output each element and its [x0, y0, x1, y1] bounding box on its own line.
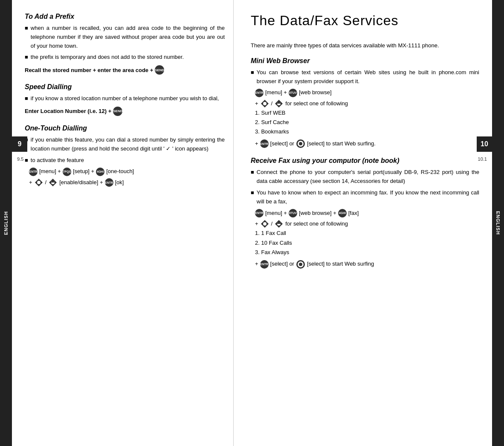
mw-final-plus: +: [255, 139, 258, 148]
right-chapter-badge: 10: [477, 136, 492, 152]
enter-icon-6: ENTR: [260, 260, 269, 269]
mw-select1: [select] or: [270, 139, 294, 148]
slash-separator: /: [45, 178, 47, 187]
fax-final-step: + ENTR [select] or [select] to start Web…: [255, 260, 479, 269]
fax-s1-t3: [fax]: [348, 209, 359, 218]
fax-step-2: + / for select one of following: [255, 219, 479, 229]
step2-text2: [ok]: [115, 178, 124, 187]
7pqs-icon: 7PQS: [63, 168, 71, 176]
one-touch-bullet-1: ■ if you enable this feature, you can di…: [25, 136, 225, 153]
receive-fax-bullet-1: ■ Connect the phone to your computer's s…: [251, 168, 479, 186]
section-one-touch: One-Touch Dialling ■ if you enable this …: [25, 125, 225, 187]
svg-point-2: [37, 181, 41, 184]
intro-text: There are mainly three types of data ser…: [251, 41, 479, 50]
enter-icon-1: ENTR: [29, 168, 38, 176]
fax-step-1: ENTR [menu] + 8TUV [web browse] + 4GHI […: [255, 209, 479, 218]
mw-plus: +: [255, 99, 258, 108]
bullet-symbol-7: ■: [251, 169, 254, 175]
svg-point-15: [263, 222, 266, 226]
bullet-symbol-8: ■: [251, 189, 254, 196]
scroll-icon-2: [296, 260, 305, 269]
step2-plus: +: [29, 178, 32, 187]
scroll-icon: [296, 139, 305, 148]
step1-text3: [one-touch]: [106, 167, 134, 176]
speed-dialling-text: if you know a stored location number of …: [31, 94, 225, 103]
add-prefix-text-2: the prefix is temporary and does not add…: [31, 53, 225, 62]
left-chapter-badge: 9: [12, 136, 27, 152]
nav-diamond-icon-2: [260, 99, 269, 108]
svg-point-21: [299, 263, 302, 266]
fax-item-3: 3. Fax Always: [255, 248, 479, 257]
bullet-symbol-3: ■: [25, 95, 28, 101]
one-touch-step-2: + / [enable/disable] + ENTR [ok]: [29, 178, 225, 187]
nav-diamond-icon: [34, 178, 43, 187]
enter-location-text: Enter Location Number (i.e. 12) +: [25, 108, 111, 114]
mini-web-step-2: + / for select one of following: [255, 99, 479, 108]
fax-select1: [select] or: [270, 260, 294, 269]
nav-up-icon-2: [274, 99, 284, 108]
fax-final-plus: +: [255, 260, 258, 269]
section-receive-fax: Receive Fax using your computor (note bo…: [251, 157, 479, 269]
left-side-tab: ENGLISH: [0, 0, 12, 446]
mini-web-item-2: 2. Surf Cache: [255, 118, 479, 127]
right-sub-badge: 10.1: [476, 156, 489, 162]
left-column: To Add a Prefix ■ when a number is recal…: [12, 0, 234, 446]
svg-point-13: [299, 142, 302, 145]
receive-fax-text-1: Connect the phone to your computer's ser…: [257, 168, 479, 186]
receive-fax-text-2: You have to know when to expect an incom…: [257, 188, 479, 206]
nav-up-icon: [48, 178, 58, 187]
bullet-symbol-6: ■: [251, 69, 254, 75]
nav-up-icon-3: [274, 219, 284, 229]
mini-web-step-1: ENTR [menu] + 8TUV [web browse]: [255, 88, 479, 97]
mw-slash: /: [271, 99, 273, 108]
right-side-tab: ENGLISH: [492, 0, 504, 446]
add-prefix-instruction: Recall the stored number + enter the are…: [25, 65, 225, 75]
mini-web-text: You can browse text versions of certain …: [257, 68, 479, 86]
fax-item-1: 1. 1 Fax Call: [255, 229, 479, 238]
section-mini-web: Mini Web Browser ■ You can browse text v…: [251, 57, 479, 149]
fax-item-2: 2. 10 Fax Calls: [255, 238, 479, 248]
fax-plus: +: [255, 220, 258, 229]
one-touch-title: One-Touch Dialling: [25, 125, 225, 132]
mini-web-item-3: 3. Bookmarks: [255, 127, 479, 136]
enter-icon-2: ENTR: [105, 178, 113, 187]
one-touch-text-2: to activate the feature: [31, 156, 225, 165]
add-prefix-instruction-text: Recall the stored number + enter the are…: [25, 67, 153, 73]
one-touch-bullet-2: ■ to activate the feature: [25, 156, 225, 165]
receive-fax-title: Receive Fax using your computor (note bo…: [251, 157, 479, 165]
svg-point-7: [263, 102, 266, 105]
mw-step2-text: for select one of following: [285, 99, 348, 108]
mw-step1-t2: [web browse]: [299, 88, 332, 97]
fax-select2: [select] to start Web surfing: [307, 260, 374, 269]
step1-text1: [menu] +: [39, 167, 61, 176]
mini-web-item-1: 1. Surf WEB: [255, 108, 479, 118]
left-sub-badge: 9.5: [15, 156, 25, 162]
receive-fax-bullet-2: ■ You have to know when to expect an inc…: [251, 188, 479, 206]
bullet-symbol-2: ■: [25, 54, 28, 60]
add-prefix-bullet-2: ■ the prefix is temporary and does not a…: [25, 53, 225, 62]
bullet-symbol: ■: [25, 25, 28, 31]
enter-icon-5: ENTR: [255, 209, 264, 217]
speed-dialling-bullet: ■ if you know a stored location number o…: [25, 94, 225, 103]
enter-icon-4: ENTR: [260, 139, 269, 148]
fax-step2-text: for select one of following: [285, 220, 348, 229]
add-prefix-title: To Add a Prefix: [25, 13, 225, 20]
add-prefix-bullet-1: ■ when a number is recalled, you can add…: [25, 24, 225, 50]
send-button-icon-2: SEND: [113, 107, 122, 116]
mini-web-final-step: + ENTR [select] or [select] to start Web…: [255, 139, 479, 148]
add-prefix-text-1: when a number is recalled, you can add a…: [31, 24, 225, 50]
mw-select2: [select] to start Web surfing.: [307, 139, 376, 148]
4ghi-icon: 4GHI: [96, 168, 104, 176]
speed-dialling-instruction: Enter Location Number (i.e. 12) + SEND: [25, 107, 225, 116]
fax-s1-t1: [menu] +: [265, 209, 287, 218]
mini-web-title: Mini Web Browser: [251, 57, 479, 65]
section-add-prefix: To Add a Prefix ■ when a number is recal…: [25, 13, 225, 75]
one-touch-step-1: ENTR [menu] + 7PQS [setup] + 4GHI [one-t…: [29, 167, 225, 176]
fax-s1-t2: [web browse] +: [299, 209, 336, 218]
step2-text1: [enable/disable] +: [59, 178, 103, 187]
mini-web-bullet: ■ You can browse text versions of certai…: [251, 68, 479, 86]
send-button-icon: SEND: [155, 65, 164, 75]
4ghi-icon-2: 4GHI: [338, 209, 347, 217]
section-speed-dialling: Speed Dialling ■ if you know a stored lo…: [25, 83, 225, 116]
enter-icon-3: ENTR: [255, 89, 264, 97]
